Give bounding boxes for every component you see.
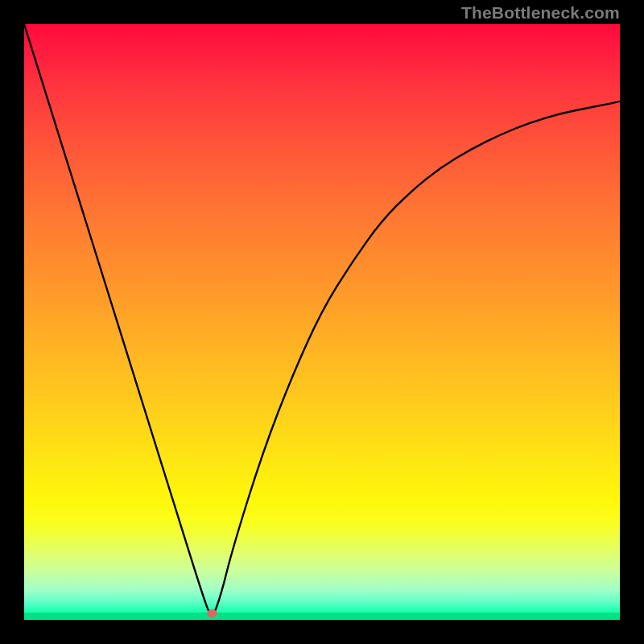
bottleneck-curve bbox=[24, 24, 620, 614]
watermark-text: TheBottleneck.com bbox=[461, 3, 620, 23]
minimum-marker bbox=[207, 609, 217, 617]
chart-frame: TheBottleneck.com bbox=[0, 0, 644, 644]
curve-layer bbox=[24, 24, 620, 620]
plot-area bbox=[24, 24, 620, 620]
